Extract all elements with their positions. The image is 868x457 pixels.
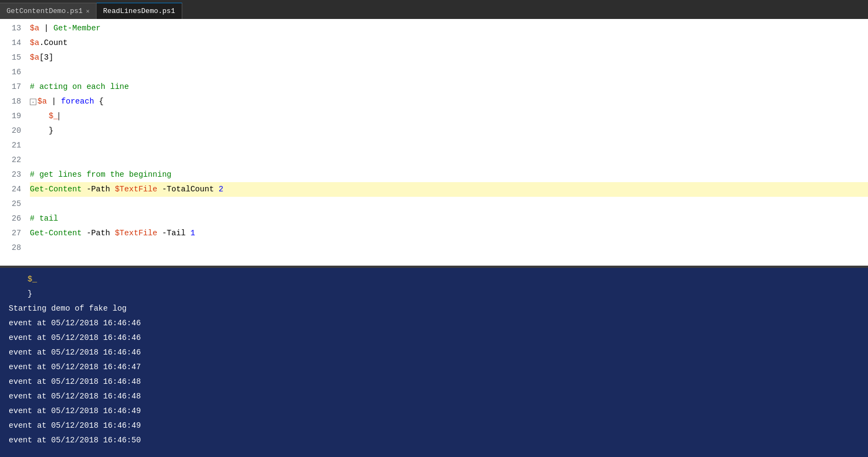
terminal-line-10: event at 05/12/2018 16:46:49 [9, 404, 859, 419]
close-icon[interactable]: ✕ [86, 8, 90, 15]
code-line-23: # get lines from the beginning [30, 168, 868, 182]
token: | [47, 94, 61, 109]
line-num-13: 13 [0, 21, 21, 36]
line-num-28: 28 [0, 241, 21, 255]
token: # get lines from the beginning [30, 168, 171, 182]
token: | [39, 21, 53, 36]
code-line-19: $_ [30, 109, 868, 124]
tab-getcontentdemo[interactable]: GetContentDemo.ps1 ✕ [0, 3, 97, 19]
terminal-line-1: $_ [9, 272, 859, 287]
line-num-25: 25 [0, 197, 21, 211]
code-line-26: # tail [30, 211, 868, 226]
code-line-20: } [30, 124, 868, 138]
token: $a [30, 21, 39, 36]
token: $TextFile [115, 182, 157, 197]
code-line-15: $a [3] [30, 50, 868, 65]
token: $a [37, 94, 47, 109]
terminal-line-11: event at 05/12/2018 16:46:49 [9, 419, 859, 433]
token: { [94, 94, 103, 109]
token: $_ [49, 109, 58, 124]
code-line-27: Get-Content -Path $TextFile -Tail 1 [30, 226, 868, 241]
token: # acting on each line [30, 80, 129, 94]
token [30, 109, 49, 124]
token: .Count [39, 36, 67, 50]
code-line-18: - $a | foreach { [30, 94, 868, 109]
tab-label: ReadLinesDemo.ps1 [103, 7, 175, 15]
line-num-16: 16 [0, 65, 21, 80]
line-num-17: 17 [0, 80, 21, 94]
token: $a [30, 36, 39, 50]
token: -Path [82, 226, 115, 241]
terminal-line-12: event at 05/12/2018 16:46:50 [9, 433, 859, 448]
token: 1 [190, 226, 195, 241]
line-num-15: 15 [0, 50, 21, 65]
text-cursor [59, 112, 59, 120]
code-area: 13 14 15 16 17 18 19 20 21 22 23 24 25 2… [0, 19, 868, 266]
code-line-16 [30, 65, 868, 80]
code-lines[interactable]: $a | Get-Member $a .Count $a [3] # actin… [30, 19, 868, 266]
token: -Tail [157, 226, 190, 241]
line-num-26: 26 [0, 211, 21, 226]
terminal-line-8: event at 05/12/2018 16:46:48 [9, 375, 859, 389]
code-line-21 [30, 138, 868, 153]
code-line-13: $a | Get-Member [30, 21, 868, 36]
token: } [30, 124, 54, 138]
terminal-panel: $_ } Starting demo of fake log event at … [0, 268, 868, 457]
terminal-line-6: event at 05/12/2018 16:46:46 [9, 345, 859, 360]
line-num-20: 20 [0, 124, 21, 138]
code-line-28 [30, 241, 868, 255]
token: 2 [219, 182, 224, 197]
tab-readlinesdemo[interactable]: ReadLinesDemo.ps1 [97, 3, 182, 19]
code-line-14: $a .Count [30, 36, 868, 50]
token: Get-Member [54, 21, 101, 36]
code-line-24: Get-Content -Path $TextFile -TotalCount … [30, 182, 868, 197]
line-num-18: 18 [0, 94, 21, 109]
terminal-line-5: event at 05/12/2018 16:46:46 [9, 331, 859, 345]
terminal-line-4: event at 05/12/2018 16:46:46 [9, 316, 859, 331]
code-line-22 [30, 153, 868, 168]
tab-bar: GetContentDemo.ps1 ✕ ReadLinesDemo.ps1 [0, 0, 868, 19]
terminal-line-9: event at 05/12/2018 16:46:48 [9, 389, 859, 404]
line-num-14: 14 [0, 36, 21, 50]
token: Get-Content [30, 226, 82, 241]
line-num-21: 21 [0, 138, 21, 153]
code-line-25 [30, 197, 868, 211]
line-num-24: 24 [0, 182, 21, 197]
tab-label: GetContentDemo.ps1 [7, 7, 82, 15]
line-num-19: 19 [0, 109, 21, 124]
token: Get-Content [30, 182, 82, 197]
token: -Path [82, 182, 115, 197]
code-line-17: # acting on each line [30, 80, 868, 94]
token: $a [30, 50, 39, 65]
fold-icon[interactable]: - [30, 99, 36, 105]
token: $TextFile [115, 226, 157, 241]
line-num-27: 27 [0, 226, 21, 241]
terminal-line-2: } [9, 287, 859, 301]
terminal-line-7: event at 05/12/2018 16:46:47 [9, 360, 859, 375]
line-num-22: 22 [0, 153, 21, 168]
terminal-line-3: Starting demo of fake log [9, 301, 859, 316]
editor-panel: 13 14 15 16 17 18 19 20 21 22 23 24 25 2… [0, 19, 868, 266]
token: foreach [61, 94, 94, 109]
token: -TotalCount [157, 182, 219, 197]
line-num-23: 23 [0, 168, 21, 182]
line-numbers: 13 14 15 16 17 18 19 20 21 22 23 24 25 2… [0, 19, 30, 266]
token: # tail [30, 211, 58, 226]
token: [3] [39, 50, 53, 65]
